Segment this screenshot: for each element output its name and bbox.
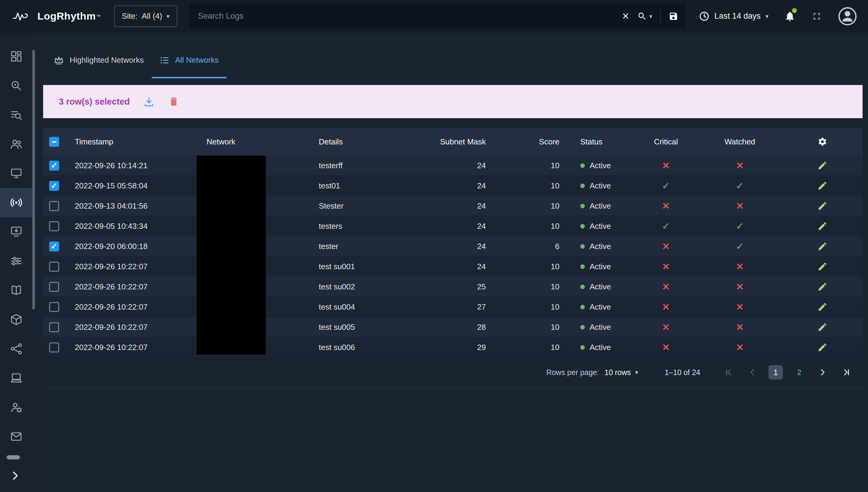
row-checkbox[interactable] bbox=[49, 322, 59, 332]
sidebar-item-users[interactable] bbox=[0, 129, 32, 158]
row-checkbox[interactable] bbox=[49, 242, 59, 251]
tab-bar: Highlighted Networks All Networks bbox=[43, 43, 863, 78]
row-checkbox[interactable] bbox=[49, 221, 59, 231]
row-checkbox[interactable] bbox=[49, 161, 59, 171]
table-row[interactable]: 2022-09-26 10:14:21 testerff 24 10 Activ… bbox=[43, 155, 863, 176]
col-subnet-mask: Subnet Mask bbox=[439, 137, 489, 147]
sidebar-item-agents[interactable] bbox=[0, 217, 32, 246]
status-text: Active bbox=[589, 222, 611, 231]
table-row[interactable]: 2022-09-20 06:00:18 tester 24 6 Active ✕… bbox=[43, 236, 863, 256]
sidebar-item-mail[interactable] bbox=[0, 422, 32, 451]
table-row[interactable]: 2022-09-13 04:01:56 Stester 24 10 Active… bbox=[43, 196, 863, 216]
pencil-icon bbox=[817, 180, 827, 191]
edit-row-button[interactable] bbox=[817, 262, 827, 272]
table-row[interactable]: 2022-09-15 05:58:04 test01 24 10 Active … bbox=[43, 176, 863, 196]
chevron-down-icon: ▾ bbox=[649, 13, 652, 20]
cell-status: Active bbox=[563, 181, 634, 191]
edit-row-button[interactable] bbox=[817, 221, 827, 231]
cell-timestamp: 2022-09-26 10:22:07 bbox=[75, 302, 207, 312]
cell-critical: ✕ bbox=[634, 261, 698, 272]
user-avatar[interactable] bbox=[838, 7, 857, 26]
table-header: Timestamp Network Details Subnet Mask Sc… bbox=[43, 128, 863, 155]
sidebar-item-administration[interactable] bbox=[0, 393, 32, 422]
status-dot-icon bbox=[580, 305, 585, 309]
row-checkbox[interactable] bbox=[49, 262, 59, 272]
edit-row-button[interactable] bbox=[817, 241, 827, 251]
table-row[interactable]: 2022-09-26 10:22:07 test su006 29 10 Act… bbox=[43, 337, 863, 358]
sidebar-item-monitors[interactable] bbox=[0, 158, 32, 188]
edit-row-button[interactable] bbox=[817, 281, 827, 292]
critical-mark-icon: ✕ bbox=[662, 201, 670, 211]
row-checkbox[interactable] bbox=[49, 201, 59, 211]
tab-all-networks[interactable]: All Networks bbox=[152, 43, 226, 78]
edit-row-button[interactable] bbox=[817, 201, 827, 211]
time-range-selector[interactable]: Last 14 days ▾ bbox=[699, 11, 769, 22]
clear-search-button[interactable]: ✕ bbox=[622, 11, 629, 21]
chevron-right-icon bbox=[818, 367, 828, 377]
delete-selected-button[interactable] bbox=[168, 96, 179, 107]
cell-subnet-mask: 24 bbox=[439, 181, 489, 191]
fullscreen-button[interactable] bbox=[811, 11, 822, 22]
edit-row-button[interactable] bbox=[817, 161, 827, 171]
col-network: Network bbox=[207, 137, 319, 147]
sidebar-scrollbar[interactable] bbox=[32, 50, 35, 310]
sidebar-item-integrations[interactable] bbox=[0, 334, 32, 363]
cell-critical: ✕ bbox=[634, 301, 698, 313]
page-range: 1–10 of 24 bbox=[665, 368, 700, 377]
edit-row-button[interactable] bbox=[817, 322, 827, 332]
row-checkbox[interactable] bbox=[49, 302, 59, 312]
sidebar-item-deployment[interactable] bbox=[0, 305, 32, 334]
sidebar-item-networks[interactable] bbox=[0, 188, 32, 217]
edit-row-button[interactable] bbox=[817, 342, 827, 352]
table-row[interactable]: 2022-09-26 10:22:07 test su005 28 10 Act… bbox=[43, 317, 863, 337]
prev-page-button[interactable] bbox=[745, 365, 760, 379]
page-button-1[interactable]: 1 bbox=[769, 365, 783, 379]
table-row[interactable]: 2022-09-05 10:43:34 testers 24 10 Active… bbox=[43, 216, 863, 236]
sidebar-item-log-search[interactable] bbox=[0, 100, 32, 129]
select-all-checkbox[interactable] bbox=[49, 137, 59, 147]
integration-nodes-icon bbox=[10, 342, 23, 355]
status-dot-icon bbox=[580, 183, 585, 188]
column-settings-button[interactable] bbox=[818, 137, 827, 147]
sidebar-item-tuning[interactable] bbox=[0, 246, 32, 275]
save-search-button[interactable] bbox=[669, 11, 678, 21]
tab-highlighted-networks[interactable]: Highlighted Networks bbox=[46, 43, 152, 78]
last-page-button[interactable] bbox=[839, 365, 853, 379]
edit-row-button[interactable] bbox=[817, 180, 827, 191]
cell-status: Active bbox=[563, 262, 634, 271]
notifications-button[interactable] bbox=[784, 10, 796, 22]
page-button-2[interactable]: 2 bbox=[792, 365, 806, 379]
laptop-icon bbox=[10, 372, 23, 385]
sidebar-item-case-search[interactable] bbox=[0, 71, 32, 100]
tab-label: Highlighted Networks bbox=[70, 55, 144, 65]
cell-details: Stester bbox=[319, 201, 439, 211]
table-row[interactable]: 2022-09-26 10:22:07 test su002 25 10 Act… bbox=[43, 277, 863, 297]
export-selected-button[interactable] bbox=[143, 96, 155, 107]
cell-watched: ✕ bbox=[698, 301, 782, 313]
sidebar-item-dashboards[interactable] bbox=[0, 42, 32, 71]
row-checkbox[interactable] bbox=[49, 181, 59, 191]
sidebar-expand-button[interactable] bbox=[9, 468, 24, 483]
row-checkbox[interactable] bbox=[49, 342, 59, 352]
status-text: Active bbox=[589, 201, 611, 211]
rows-per-page-select[interactable]: 10 rows ▾ bbox=[604, 368, 638, 377]
next-page-button[interactable] bbox=[816, 365, 830, 379]
cell-critical: ✕ bbox=[634, 160, 698, 171]
table-row[interactable]: 2022-09-26 10:22:07 test su004 27 10 Act… bbox=[43, 297, 863, 317]
cell-status: Active bbox=[563, 302, 634, 312]
search-options-button[interactable]: ▾ bbox=[637, 11, 652, 21]
table-row[interactable]: 2022-09-26 10:22:07 test su001 24 10 Act… bbox=[43, 256, 863, 277]
search-input[interactable] bbox=[198, 11, 614, 21]
first-page-button[interactable] bbox=[721, 365, 736, 379]
row-checkbox[interactable] bbox=[49, 282, 59, 292]
networks-table: Timestamp Network Details Subnet Mask Sc… bbox=[43, 128, 863, 388]
package-icon bbox=[10, 313, 23, 326]
status-text: Active bbox=[589, 262, 611, 271]
critical-mark-icon: ✕ bbox=[662, 161, 670, 171]
cell-score: 6 bbox=[489, 242, 563, 251]
edit-row-button[interactable] bbox=[817, 302, 827, 312]
chevron-left-icon bbox=[747, 367, 757, 377]
sidebar-item-endpoints[interactable] bbox=[0, 363, 32, 393]
sidebar-item-knowledge[interactable] bbox=[0, 275, 32, 305]
site-selector[interactable]: Site: All (4) ▾ bbox=[114, 5, 177, 27]
